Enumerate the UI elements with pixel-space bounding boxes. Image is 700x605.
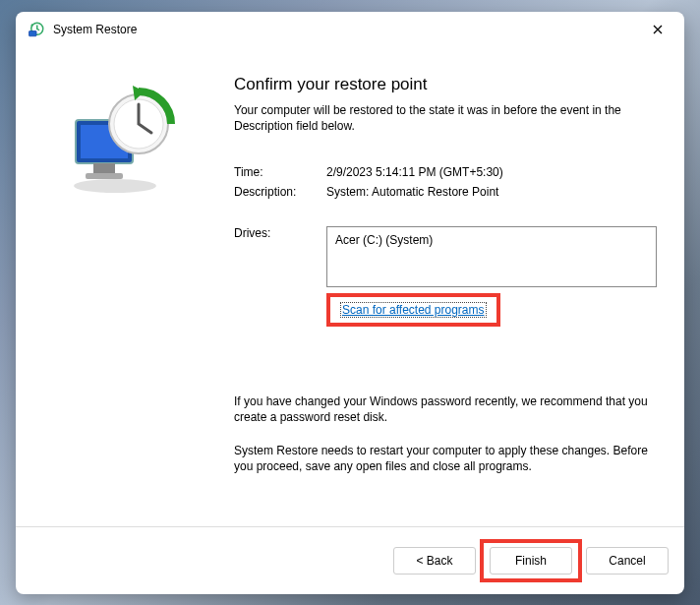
annotation-highlight: Finish [480, 539, 582, 582]
close-button[interactable] [645, 17, 671, 42]
time-row: Time: 2/9/2023 5:14:11 PM (GMT+5:30) [234, 165, 657, 179]
scan-affected-link[interactable]: Scan for affected programs [340, 302, 487, 318]
drive-item[interactable]: Acer (C:) (System) [335, 233, 648, 247]
left-pane [16, 47, 218, 526]
intro-text: Your computer will be restored to the st… [234, 102, 657, 134]
svg-rect-5 [93, 163, 115, 173]
content-pane: Confirm your restore point Your computer… [218, 47, 684, 526]
button-bar: < Back Finish Cancel [16, 526, 684, 594]
password-note: If you have changed your Windows passwor… [234, 393, 657, 425]
drives-listbox[interactable]: Acer (C:) (System) [326, 226, 657, 287]
description-label: Description: [234, 185, 326, 199]
description-row: Description: System: Automatic Restore P… [234, 185, 657, 199]
system-restore-window: System Restore Confirm your restore poin… [16, 12, 684, 594]
description-value: System: Automatic Restore Point [326, 185, 657, 199]
restore-icon [28, 21, 45, 38]
drives-label: Drives: [234, 226, 326, 287]
time-label: Time: [234, 165, 326, 179]
scan-link-wrap: Scan for affected programs [326, 293, 657, 327]
time-value: 2/9/2023 5:14:11 PM (GMT+5:30) [326, 165, 657, 179]
annotation-highlight: Scan for affected programs [326, 293, 500, 327]
svg-point-2 [74, 179, 156, 193]
svg-rect-6 [86, 173, 123, 179]
titlebar: System Restore [16, 12, 684, 47]
drives-row: Drives: Acer (C:) (System) [234, 226, 657, 287]
restart-note: System Restore needs to restart your com… [234, 443, 657, 474]
finish-button[interactable]: Finish [490, 547, 572, 575]
dialog-body: Confirm your restore point Your computer… [16, 47, 684, 526]
svg-rect-1 [29, 30, 37, 35]
back-button[interactable]: < Back [393, 547, 476, 575]
page-heading: Confirm your restore point [234, 75, 657, 94]
system-restore-hero-icon [58, 83, 176, 201]
window-title: System Restore [53, 23, 645, 36]
cancel-button[interactable]: Cancel [586, 547, 669, 575]
close-icon [653, 25, 663, 34]
